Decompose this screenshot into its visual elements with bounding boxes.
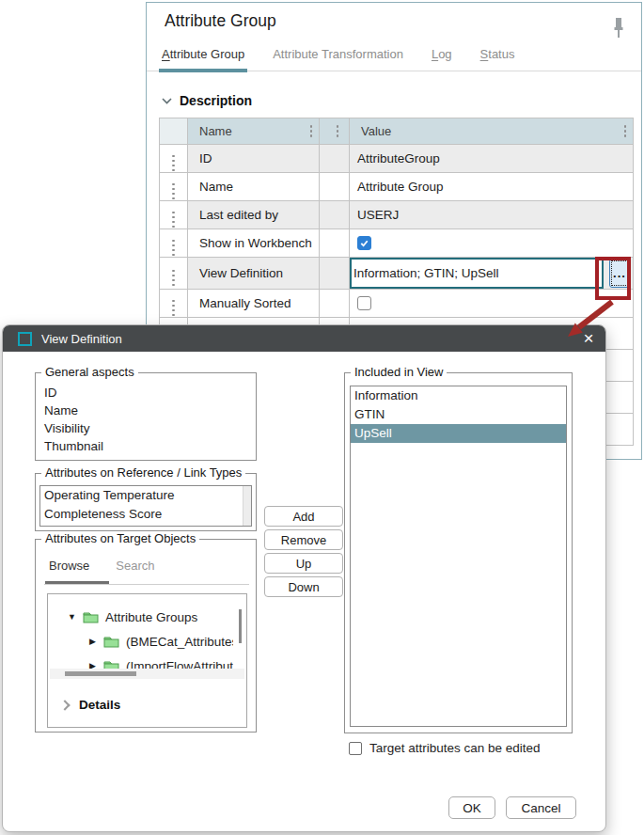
groupbox-legend: Attributes on Reference / Link Types <box>41 465 245 480</box>
row-drag-handle[interactable] <box>160 258 188 290</box>
spacer-cell <box>320 258 350 290</box>
property-name: View Definition <box>188 258 320 290</box>
down-button[interactable]: Down <box>264 576 343 597</box>
dialog-titlebar[interactable]: View Definition × <box>3 325 605 352</box>
folder-icon <box>103 636 119 648</box>
column-menu-icon[interactable] <box>337 125 339 137</box>
vertical-scrollbar-thumb[interactable] <box>239 609 242 643</box>
annotation-arrow-icon <box>550 293 620 345</box>
tab-status[interactable]: Status <box>478 47 518 72</box>
row-drag-handle[interactable] <box>160 229 188 258</box>
property-name: Last edited by <box>188 201 320 229</box>
remove-button[interactable]: Remove <box>264 529 343 550</box>
table-row: Last edited by USERJ <box>160 201 634 229</box>
ok-button[interactable]: OK <box>448 796 495 819</box>
property-value[interactable]: USERJ <box>350 201 634 229</box>
tab-attribute-group[interactable]: Attribute Group <box>159 47 247 72</box>
list-item[interactable]: ID <box>44 384 256 402</box>
cancel-button[interactable]: Cancel <box>506 796 576 819</box>
included-listbox: Information GTIN UpSell <box>350 386 567 727</box>
column-header-name[interactable]: Name <box>188 118 320 145</box>
table-row: View Definition ... <box>160 258 634 290</box>
tab-log[interactable]: Log <box>429 47 455 72</box>
groupbox-legend: Included in View <box>351 365 447 379</box>
property-value[interactable]: Attribute Group <box>350 173 634 201</box>
spacer-cell <box>320 290 350 318</box>
tab-attribute-transformation[interactable]: Attribute Transformation <box>270 47 406 72</box>
column-header-spacer[interactable] <box>320 118 350 145</box>
show-in-workbench-checkbox[interactable] <box>350 229 634 258</box>
column-header-value[interactable]: Value <box>350 118 634 145</box>
header-handle-column <box>160 118 188 145</box>
row-drag-handle[interactable] <box>160 201 188 229</box>
tree-item-bmecat[interactable]: ▶ (BMECat_Attributes) <box>49 629 233 654</box>
target-objects-groupbox: Attributes on Target Objects Browse Sear… <box>35 539 257 733</box>
folder-icon <box>83 611 99 623</box>
list-item[interactable]: Information <box>351 386 566 405</box>
horizontal-scrollbar-track[interactable] <box>50 669 244 679</box>
target-editable-checkbox-row[interactable]: Target attributes can be edited <box>349 741 541 755</box>
list-item[interactable]: Thumbnail <box>44 437 256 455</box>
checkbox-unchecked-icon <box>357 296 371 310</box>
section-title: Description <box>180 93 252 108</box>
column-menu-icon[interactable] <box>310 125 313 137</box>
table-row: Show in Workbench <box>160 229 634 258</box>
scrollbar-track[interactable] <box>243 486 251 526</box>
up-button[interactable]: Up <box>264 553 343 574</box>
attribute-tree: ▼ Attribute Groups ▶ (BMECat_A <box>47 593 247 728</box>
tree-collapsed-icon[interactable]: ▶ <box>86 637 99 646</box>
spacer-cell <box>320 145 350 173</box>
included-in-view-groupbox: Included in View Information GTIN UpSell <box>344 372 573 733</box>
general-aspects-groupbox: General aspects ID Name Visibility Thumb… <box>35 372 257 461</box>
view-definition-value-cell: ... <box>350 258 634 290</box>
view-definition-dialog: View Definition × General aspects ID Nam… <box>2 324 606 832</box>
add-button[interactable]: Add <box>264 506 343 527</box>
tree-expanded-icon[interactable]: ▼ <box>66 612 78 622</box>
row-drag-handle[interactable] <box>160 290 188 318</box>
details-expander[interactable]: Details <box>61 698 120 712</box>
view-definition-input[interactable] <box>350 258 604 289</box>
ref-link-listbox: Operating Temperature Completeness Score <box>39 485 252 527</box>
tab-browse[interactable]: Browse <box>49 559 89 573</box>
spacer-cell <box>320 173 350 201</box>
property-name: ID <box>188 145 320 173</box>
property-value[interactable]: AttributeGroup <box>350 145 634 173</box>
table-row: ID AttributeGroup <box>160 145 634 173</box>
description-section-header[interactable]: Description <box>162 93 252 108</box>
tabs-divider <box>44 584 249 585</box>
list-item[interactable]: GTIN <box>351 405 566 424</box>
tree-item-label: Attribute Groups <box>105 610 197 624</box>
property-name: Manually Sorted <box>188 290 320 318</box>
checkbox-label: Target attributes can be edited <box>369 741 541 755</box>
groupbox-legend: General aspects <box>41 365 138 379</box>
list-item[interactable]: Completeness Score <box>40 505 251 524</box>
spacer-cell <box>320 201 350 229</box>
tree-item-label: (BMECat_Attributes) <box>126 635 233 649</box>
property-name: Name <box>188 173 320 201</box>
column-menu-icon[interactable] <box>624 125 627 137</box>
table-header-row: Name Value <box>160 118 634 145</box>
list-item[interactable]: Visibility <box>44 419 256 437</box>
row-drag-handle[interactable] <box>160 145 188 173</box>
ref-link-types-groupbox: Attributes on Reference / Link Types Ope… <box>35 473 257 531</box>
pin-icon[interactable] <box>612 17 625 43</box>
row-drag-handle[interactable] <box>160 173 188 201</box>
list-action-buttons: Add Remove Up Down <box>264 506 343 597</box>
spacer-cell <box>320 229 350 258</box>
panel-tabs: Attribute Group Attribute Transformation… <box>159 47 517 72</box>
property-name: Show in Workbench <box>188 229 320 258</box>
target-tabs: Browse Search <box>49 559 155 573</box>
tab-search[interactable]: Search <box>116 559 154 573</box>
list-item[interactable]: Name <box>44 402 256 419</box>
dialog-title: View Definition <box>41 332 122 346</box>
checkbox-unchecked-icon[interactable] <box>349 742 362 755</box>
tree-item-attribute-groups[interactable]: ▼ Attribute Groups <box>49 605 233 629</box>
list-item[interactable]: Operating Temperature <box>40 486 251 505</box>
chevron-down-icon <box>162 98 172 104</box>
horizontal-scrollbar-thumb[interactable] <box>65 671 136 676</box>
list-item-selected[interactable]: UpSell <box>351 424 566 443</box>
screen: Attribute Group Attribute Group Attribut… <box>0 0 644 835</box>
details-label: Details <box>79 698 120 712</box>
chevron-right-icon <box>59 700 70 710</box>
page-title: Attribute Group <box>165 11 276 31</box>
